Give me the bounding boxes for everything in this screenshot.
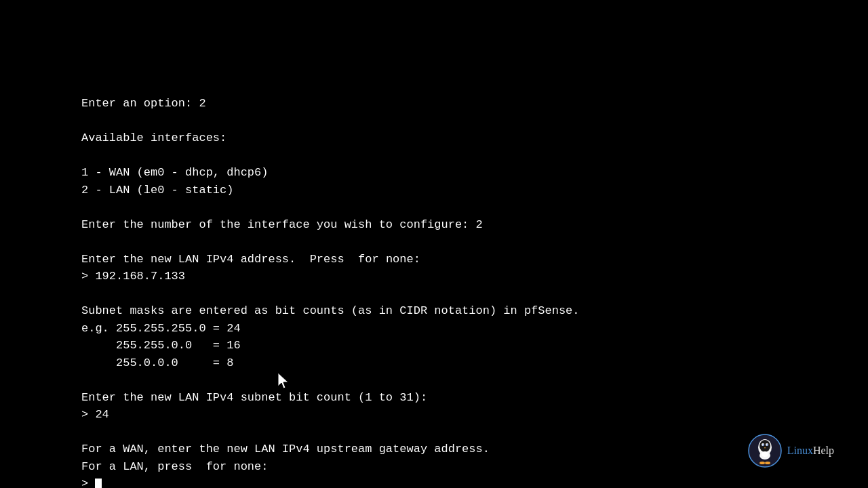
terminal-output: Enter an option: 2 Available interfaces:… [0,14,868,488]
terminal-window: Enter an option: 2 Available interfaces:… [0,0,868,488]
svg-point-6 [762,445,764,446]
svg-point-9 [762,451,768,457]
logo-help-text: Help [813,445,834,456]
terminal-cursor [95,479,102,488]
svg-point-11 [765,462,770,464]
logo-text-container: LinuxHelp [787,445,834,457]
logo-icon [748,434,782,468]
svg-point-3 [760,440,770,452]
svg-point-10 [760,462,765,464]
logo-linux-text: Linux [787,445,813,456]
linuxhelp-logo: LinuxHelp [748,434,834,468]
svg-point-7 [766,445,768,446]
